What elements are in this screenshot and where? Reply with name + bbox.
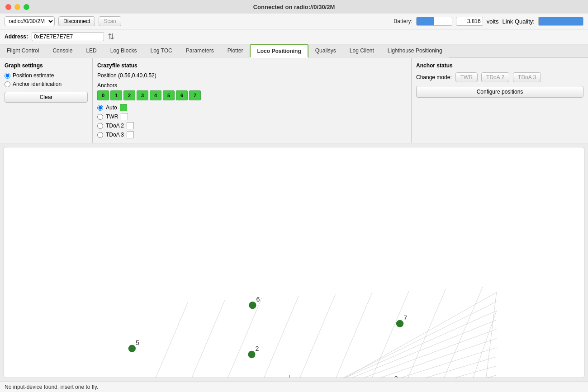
radio-group: Position estimate Anchor identification [5,72,88,87]
tab-log-toc[interactable]: Log TOC [143,44,179,58]
toolbar-right: Battery: volts Link Quality: [394,17,583,26]
crazyflie-title: Crazyflie status [97,62,407,69]
mode-tdoa2-radio[interactable] [97,123,103,129]
cf-position: Position (0.56,0.40,0.52) [97,72,407,79]
svg-line-19 [404,287,483,378]
svg-line-14 [220,296,299,378]
address-bar: Address: ⇅ [0,29,588,44]
mode-tdoa3[interactable]: TDoA 3 [97,131,407,138]
anchor-box-7: 7 [189,90,201,100]
window-title: Connected on radio://0/30/2M [253,4,335,10]
address-input[interactable] [32,32,104,41]
mode-options: Auto TWR TDoA 2 TDoA 3 [97,104,407,138]
tab-qualisys[interactable]: Qualisys [308,44,343,58]
twr-checkbox [121,113,128,120]
tab-loco-positioning[interactable]: Loco Positioning [250,44,308,58]
tab-flight-control[interactable]: Flight Control [0,44,46,58]
anchor-box-5: 5 [163,90,175,100]
disconnect-button[interactable]: Disconnect [58,16,95,26]
anchor-dot-6 [249,302,256,309]
tab-console[interactable]: Console [46,44,79,58]
change-mode-row: Change mode: TWR TDoA 2 TDoA 3 [416,72,583,82]
status-bar: No input-device found, insert one to fly… [0,382,588,392]
radio-position-label: Position estimate [13,72,54,79]
tab-log-blocks[interactable]: Log Blocks [104,44,144,58]
svg-line-11 [110,302,188,378]
radio-anchor-input[interactable] [5,81,10,87]
svg-line-18 [368,288,446,378]
svg-line-13 [184,298,262,378]
toolbar: radio://0/30/2M Disconnect Scan Battery:… [0,14,588,29]
svg-line-16 [294,293,372,378]
anchor-dot-7 [396,320,403,327]
link-quality-label: Link Quality: [502,18,535,25]
visualization: 6 7 5 2 3 4 1 0 [4,147,584,378]
mode-auto[interactable]: Auto [97,104,407,111]
tabs-bar: Flight Control Console LED Log Blocks Lo… [0,44,588,58]
anchors-section: Anchors 0 1 2 3 4 5 6 7 [97,82,407,100]
tab-led[interactable]: LED [79,44,103,58]
tdoa3-mode-button[interactable]: TDoA 3 [513,72,541,82]
battery-bar [416,17,452,26]
svg-line-8 [294,311,497,378]
anchor-box-2: 2 [123,90,135,100]
battery-label: Battery: [394,18,412,24]
tab-parameters[interactable]: Parameters [179,44,221,58]
anchor-label-7: 7 [403,314,407,321]
anchor-label-3: 3 [394,375,398,378]
svg-line-20 [441,311,497,378]
radio-position-estimate[interactable]: Position estimate [5,72,88,79]
mode-tdoa2[interactable]: TDoA 2 [97,122,407,129]
anchors-label: Anchors [97,82,407,89]
window-controls [5,4,29,10]
tdoa2-mode-button[interactable]: TDoA 2 [481,72,509,82]
anchor-dot-2 [248,351,255,358]
anchor-box-6: 6 [176,90,188,100]
address-stepper[interactable]: ⇅ [108,32,114,42]
anchor-box-4: 4 [150,90,161,100]
anchor-status-title: Anchor status [416,62,583,69]
radio-anchor-label: Anchor identification [13,81,62,87]
clear-button[interactable]: Clear [5,92,88,103]
mode-auto-radio[interactable] [97,105,103,111]
link-quality-bar [538,17,583,26]
mode-twr-label: TWR [106,113,118,120]
mode-tdoa3-radio[interactable] [97,132,103,138]
battery-fill [417,17,434,25]
maximize-button[interactable] [24,4,29,10]
volts-unit: volts [487,18,499,25]
anchor-dot-5 [128,345,136,352]
anchor-boxes: 0 1 2 3 4 5 6 7 [97,90,407,100]
radio-position-input[interactable] [5,73,10,79]
twr-mode-button[interactable]: TWR [455,72,478,82]
svg-line-12 [147,300,225,378]
panel-graph-settings: Graph settings Position estimate Anchor … [0,58,93,143]
svg-line-6 [248,329,496,378]
tab-lighthouse-positioning[interactable]: Lighthouse Positioning [381,44,449,58]
svg-line-1 [133,375,497,378]
address-label: Address: [5,33,28,40]
close-button[interactable] [5,4,11,10]
tab-log-client[interactable]: Log Client [343,44,381,58]
radio-anchor-id[interactable]: Anchor identification [5,81,88,87]
svg-line-15 [257,294,336,378]
configure-positions-button[interactable]: Configure positions [416,86,583,98]
anchor-label-6: 6 [256,296,260,303]
svg-line-3 [179,357,497,378]
tab-plotter[interactable]: Plotter [221,44,250,58]
tdoa3-checkbox [127,131,134,138]
mode-twr[interactable]: TWR [97,113,407,120]
mode-tdoa2-label: TDoA 2 [106,123,124,129]
mode-auto-label: Auto [106,104,117,111]
panel-anchor-status: Anchor status Change mode: TWR TDoA 2 TD… [412,58,588,143]
panel-crazyflie-status: Crazyflie status Position (0.56,0.40,0.5… [93,58,412,143]
connection-select[interactable]: radio://0/30/2M [5,16,55,26]
volts-input[interactable] [456,17,483,26]
graph-settings-title: Graph settings [5,62,88,69]
title-bar: Connected on radio://0/30/2M [0,0,588,14]
mode-twr-radio[interactable] [97,114,103,120]
status-message: No input-device found, insert one to fly… [5,384,98,390]
viz-svg: 6 7 5 2 3 4 1 0 [4,147,584,378]
minimize-button[interactable] [14,4,20,10]
scan-button[interactable]: Scan [99,16,121,26]
